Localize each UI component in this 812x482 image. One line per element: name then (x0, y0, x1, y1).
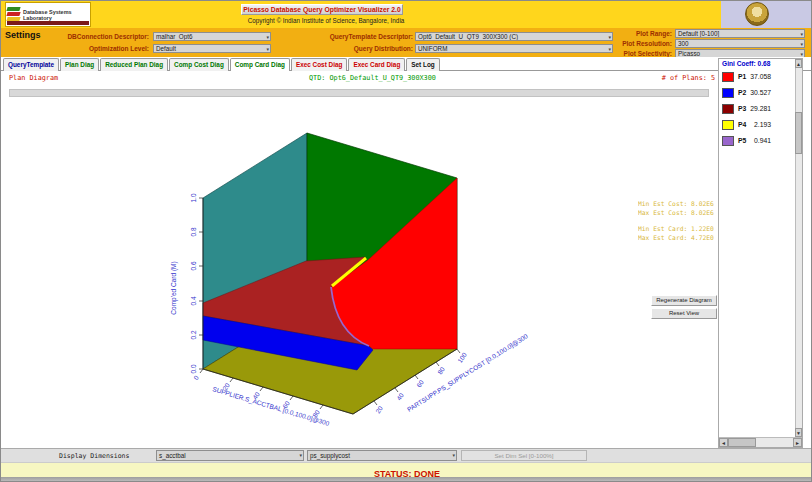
dropdown-arrow-icon: ▾ (452, 451, 455, 459)
svg-text:40: 40 (395, 391, 405, 401)
dropdown-arrow-icon: ▾ (299, 451, 302, 459)
qtd-label: QTD: Opt6_Default_U_QT9_300X300 (309, 74, 436, 82)
p5-swatch (722, 136, 734, 146)
settings-panel: Settings DBConnection Descriptor: malhar… (1, 28, 812, 57)
tab-bar: QueryTemplate Plan Diag Reduced Plan Dia… (1, 57, 812, 71)
header-bar: Database Systems Laboratory Picasso Data… (1, 1, 812, 28)
plot-range-select[interactable]: Default [0-100] ▾ (675, 29, 805, 38)
scroll-down-button[interactable]: ▼ (795, 428, 802, 437)
hscroll-thumb[interactable] (728, 438, 756, 447)
svg-text:100: 100 (456, 351, 468, 364)
svg-text:0.0: 0.0 (190, 364, 197, 373)
window-bottom-edge (1, 477, 812, 482)
reset-view-button[interactable]: Reset View (651, 308, 717, 319)
dsl-logo: Database Systems Laboratory (5, 2, 91, 27)
dimension-bar: Display Dimensions s_acctbal ▾ ps_supply… (1, 448, 812, 462)
tab-comp-card-diag[interactable]: Comp Card Diag (230, 58, 290, 72)
tab-reduced-plan-diag[interactable]: Reduced Plan Diag (100, 58, 168, 71)
plot-selectivity-label: Plot Selectivity: (561, 50, 672, 57)
max-est-card-label: Max Est Card: 4.72E0 (638, 234, 717, 241)
svg-text:20: 20 (374, 404, 384, 414)
svg-text:0.8: 0.8 (190, 227, 197, 236)
plot-range-label: Plot Range: (561, 30, 672, 37)
plan-legend-panel: Gini Coeff: 0.68 ▲ ▼ P1 37.058 P2 30.527… (718, 58, 803, 448)
regenerate-diagram-button[interactable]: Regenerate Diagram (651, 295, 717, 306)
svg-text:0.4: 0.4 (190, 296, 197, 305)
header-corner (721, 1, 812, 28)
plot-resolution-select[interactable]: 300 ▾ (675, 39, 805, 48)
toolbar-strip (9, 89, 709, 97)
min-est-card-label: Min Est Card: 1.22E0 (638, 225, 717, 232)
dsl-logo-title: Database Systems Laboratory (23, 9, 89, 21)
legend-hscrollbar[interactable]: ◄ ► (719, 437, 802, 447)
svg-text:1.0: 1.0 (190, 193, 197, 202)
dropdown-arrow-icon: ▾ (266, 45, 269, 53)
svg-text:0.6: 0.6 (190, 261, 197, 270)
dropdown-arrow-icon: ▾ (800, 30, 803, 38)
tab-exec-cost-diag[interactable]: Exec Cost Diag (291, 58, 348, 71)
svg-text:0.2: 0.2 (190, 330, 197, 339)
scroll-right-button[interactable]: ► (793, 438, 802, 447)
diagram-area: Plan Diagram QTD: Opt6_Default_U_QT9_300… (1, 71, 812, 448)
z-axis-ticks: 0.0 0.2 0.4 0.6 0.8 1.0 (190, 193, 203, 373)
z-axis-label: Comp'ed Card (M) (170, 261, 178, 314)
dimension2-select[interactable]: ps_supplycost ▾ (307, 450, 457, 461)
plan-count-label: # of Plans: 5 (641, 74, 715, 82)
tab-exec-card-diag[interactable]: Exec Card Diag (348, 58, 405, 71)
max-est-cost-label: Max Est Cost: 8.02E6 (638, 209, 717, 216)
set-dim-sel-button[interactable]: Set Dim Sel [0-100%] (461, 450, 587, 461)
optimization-level-label: Optimization Level: (1, 45, 149, 52)
tab-set-log[interactable]: Set Log (406, 58, 439, 71)
optimization-level-select[interactable]: Default ▾ (153, 44, 271, 53)
p2-swatch (722, 88, 734, 98)
p3-swatch (722, 104, 734, 114)
app-title: Picasso Database Query Optimizer Visuali… (241, 4, 403, 15)
p5-value: 0.941 (741, 137, 771, 144)
querytemplate-label: QueryTemplate Descriptor: (301, 33, 413, 40)
query-distribution-label: Query Distribution: (301, 45, 413, 52)
app-window: Database Systems Laboratory Picasso Data… (0, 0, 812, 482)
p3-value: 29.281 (741, 105, 771, 112)
p2-value: 30.527 (741, 89, 771, 96)
dimension1-select[interactable]: s_acctbal ▾ (156, 450, 304, 461)
card-diagram-3d-plot[interactable]: 0.0 0.2 0.4 0.6 0.8 1.0 Comp'ed Card (M)… (9, 98, 713, 446)
min-est-cost-label: Min Est Cost: 8.02E6 (638, 200, 717, 207)
legend-vscrollbar[interactable] (795, 68, 802, 437)
status-bar: STATUS: DONE (1, 462, 812, 477)
iisc-seal-icon (745, 2, 769, 26)
dropdown-arrow-icon: ▾ (266, 33, 269, 41)
svg-text:0: 0 (192, 374, 200, 381)
dsl-logo-band (7, 21, 89, 25)
p1-swatch (722, 72, 734, 82)
gini-coeff-label: Gini Coeff: 0.68 (722, 60, 770, 67)
plot-resolution-label: Plot Resolution: (561, 40, 672, 47)
tab-comp-cost-diag[interactable]: Comp Cost Diag (169, 58, 229, 71)
display-dimensions-label: Display Dimensions (59, 452, 129, 460)
dbconnection-select[interactable]: malhar_Opt6 ▾ (153, 32, 271, 41)
diagram-type-label: Plan Diagram (9, 74, 58, 82)
tab-querytemplate[interactable]: QueryTemplate (3, 58, 59, 71)
tab-plan-diag[interactable]: Plan Diag (60, 58, 99, 71)
vscroll-thumb[interactable] (795, 112, 802, 154)
p4-value: 2.193 (741, 121, 771, 128)
scroll-left-button[interactable]: ◄ (719, 438, 728, 447)
copyright-text: Copyright © Indian Institute of Science,… (226, 17, 426, 24)
svg-text:80: 80 (436, 365, 446, 375)
dropdown-arrow-icon: ▾ (800, 40, 803, 48)
p1-value: 37.058 (741, 73, 771, 80)
scroll-up-button[interactable]: ▲ (795, 59, 802, 68)
dbconnection-label: DBConnection Descriptor: (1, 33, 149, 40)
p4-swatch (722, 120, 734, 130)
svg-text:60: 60 (415, 378, 425, 388)
